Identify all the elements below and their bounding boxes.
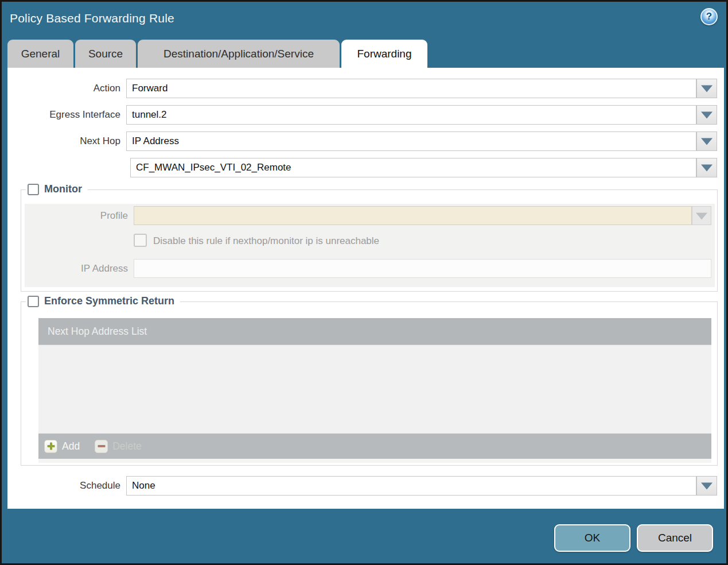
next-hop-address-list-body[interactable]: [38, 345, 711, 434]
action-select[interactable]: Forward: [126, 79, 696, 98]
enforce-symmetric-return-section: Enforce Symmetric Return Next Hop Addres…: [21, 301, 718, 466]
delete-button: Delete: [95, 440, 142, 453]
monitor-profile-dropdown-button: [692, 206, 711, 225]
pbf-rule-dialog: Policy Based Forwarding Rule ? General S…: [0, 0, 728, 565]
egress-interface-label: Egress Interface: [7, 105, 120, 125]
delete-button-label: Delete: [112, 440, 142, 452]
cancel-button[interactable]: Cancel: [637, 524, 713, 552]
next-hop-address-dropdown-button[interactable]: [696, 158, 717, 177]
enforce-symmetric-return-checkbox[interactable]: [28, 296, 39, 307]
dialog-title: Policy Based Forwarding Rule: [10, 11, 174, 25]
add-plus-icon: [44, 440, 57, 453]
schedule-label: Schedule: [7, 476, 120, 496]
tab-general-label: General: [21, 48, 60, 60]
disable-rule-label: Disable this rule if nexthop/monitor ip …: [153, 235, 379, 247]
add-button-label: Add: [62, 440, 80, 452]
forwarding-tab-panel: Action Forward Egress Interface tunnel.2…: [7, 68, 724, 509]
monitor-legend: Monitor: [26, 183, 88, 195]
tab-source[interactable]: Source: [75, 40, 136, 68]
next-hop-type-select[interactable]: IP Address: [126, 131, 696, 151]
add-button[interactable]: Add: [44, 440, 80, 453]
tab-general[interactable]: General: [7, 40, 73, 68]
next-hop-address-list-table: Next Hop Address List Add Delete: [38, 318, 711, 463]
enforce-symmetric-return-title: Enforce Symmetric Return: [44, 295, 174, 307]
action-dropdown-button[interactable]: [696, 79, 717, 98]
egress-interface-select[interactable]: tunnel.2: [126, 105, 696, 125]
delete-minus-icon: [95, 440, 108, 453]
schedule-dropdown-button[interactable]: [696, 476, 717, 496]
next-hop-label: Next Hop: [7, 131, 120, 151]
tab-forwarding-label: Forwarding: [357, 48, 411, 60]
monitor-profile-label: Profile: [7, 206, 128, 226]
monitor-checkbox[interactable]: [28, 184, 39, 195]
enforce-symmetric-return-legend: Enforce Symmetric Return: [26, 295, 180, 307]
next-hop-address-list-header: Next Hop Address List: [38, 318, 711, 345]
tab-source-label: Source: [88, 48, 123, 60]
table-bottom-strip: [38, 459, 711, 463]
next-hop-address-select[interactable]: CF_MWAN_IPsec_VTI_02_Remote: [130, 158, 696, 177]
schedule-select[interactable]: None: [126, 476, 696, 496]
tab-destination-application-service[interactable]: Destination/Application/Service: [138, 40, 340, 68]
ok-button[interactable]: OK: [554, 524, 630, 552]
dialog-titlebar: Policy Based Forwarding Rule ?: [2, 2, 726, 38]
monitor-ip-address-label: IP Address: [7, 259, 128, 278]
action-label: Action: [7, 79, 120, 98]
disable-rule-checkbox: [134, 234, 147, 247]
next-hop-type-dropdown-button[interactable]: [696, 131, 717, 151]
tab-forwarding[interactable]: Forwarding: [341, 40, 427, 68]
tab-destination-label: Destination/Application/Service: [163, 48, 314, 60]
next-hop-address-list-toolbar: Add Delete: [38, 434, 711, 459]
monitor-title: Monitor: [44, 183, 82, 195]
monitor-profile-select: [134, 206, 692, 225]
egress-interface-dropdown-button[interactable]: [696, 105, 717, 125]
help-icon[interactable]: ?: [700, 8, 718, 25]
monitor-ip-address-input: [134, 259, 711, 278]
